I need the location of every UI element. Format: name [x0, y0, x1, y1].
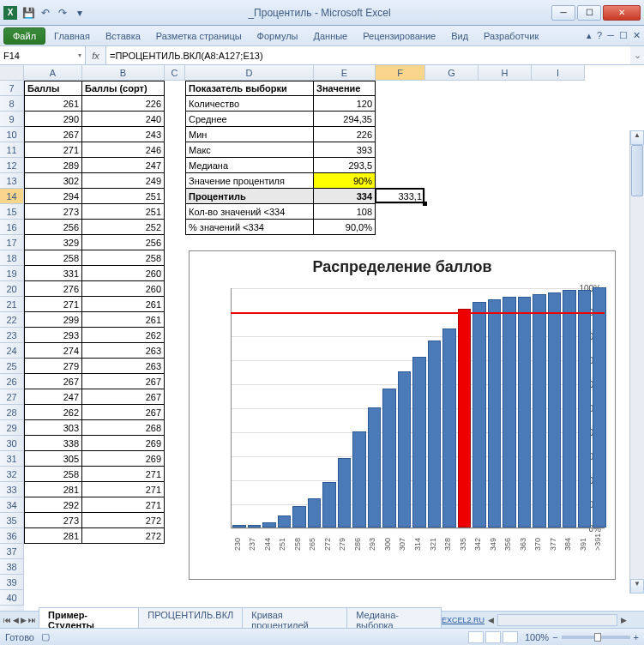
cell-A30[interactable]: 338: [24, 436, 82, 451]
tab-formulas[interactable]: Формулы: [250, 27, 305, 45]
name-box[interactable]: F14 ▾: [0, 46, 86, 64]
fill-handle[interactable]: [423, 202, 427, 206]
sheet-nav-first-icon[interactable]: ⏮: [3, 616, 11, 624]
help-icon[interactable]: ?: [597, 30, 602, 41]
cell-A22[interactable]: 299: [24, 312, 82, 328]
zoom-in-button[interactable]: +: [634, 632, 639, 642]
row-header-13[interactable]: 13: [0, 173, 24, 189]
bar[interactable]: [442, 329, 456, 527]
cell-E9[interactable]: 294,35: [314, 112, 376, 127]
cell-A33[interactable]: 281: [24, 482, 82, 497]
bar[interactable]: [248, 525, 262, 527]
cell-A15[interactable]: 273: [24, 204, 82, 220]
row-header-30[interactable]: 30: [0, 436, 24, 451]
row-header-21[interactable]: 21: [0, 297, 24, 312]
cell-A32[interactable]: 258: [24, 467, 82, 482]
bar[interactable]: [472, 302, 486, 527]
cell-B15[interactable]: 251: [82, 204, 165, 220]
cell-E10[interactable]: 226: [314, 127, 376, 142]
ribbon-minimize-icon[interactable]: ▴: [587, 30, 592, 41]
scroll-up-icon[interactable]: ▲: [630, 130, 644, 145]
bar[interactable]: [563, 290, 576, 527]
row-header-33[interactable]: 33: [0, 482, 24, 497]
cell-B36[interactable]: 272: [82, 528, 165, 544]
bar[interactable]: [428, 341, 442, 527]
cell-A36[interactable]: 281: [24, 528, 82, 544]
cell-B19[interactable]: 260: [82, 266, 165, 281]
name-box-dropdown-icon[interactable]: ▾: [78, 51, 81, 59]
row-header-26[interactable]: 26: [0, 374, 24, 389]
undo-icon[interactable]: ↶: [38, 5, 53, 21]
col-header-F[interactable]: F: [376, 65, 425, 80]
cell-D14[interactable]: Процентиль: [185, 189, 314, 204]
cell-B28[interactable]: 267: [82, 405, 165, 420]
close-button[interactable]: ✕: [603, 5, 641, 21]
row-header-23[interactable]: 23: [0, 328, 24, 343]
col-header-E[interactable]: E: [314, 65, 376, 80]
col-header-C[interactable]: C: [165, 65, 185, 80]
tab-insert[interactable]: Вставка: [99, 27, 147, 45]
col-header-D[interactable]: D: [185, 65, 314, 80]
col-header-B[interactable]: B: [82, 65, 165, 80]
cell-A28[interactable]: 262: [24, 405, 82, 420]
cell-D9[interactable]: Среднее: [185, 112, 314, 127]
select-all-corner[interactable]: [0, 65, 24, 81]
bar[interactable]: [412, 357, 426, 527]
qat-dropdown-icon[interactable]: ▾: [72, 5, 87, 21]
cell-A21[interactable]: 271: [24, 297, 82, 312]
save-icon[interactable]: 💾: [21, 5, 36, 21]
bar[interactable]: [352, 431, 366, 527]
row-header-37[interactable]: 37: [0, 544, 24, 559]
row-header-16[interactable]: 16: [0, 220, 24, 235]
cell-E7[interactable]: Значение: [314, 81, 376, 96]
cell-B11[interactable]: 246: [82, 142, 165, 158]
cell-B8[interactable]: 226: [82, 96, 165, 112]
doc-close-icon[interactable]: ✕: [633, 30, 641, 41]
cell-E15[interactable]: 108: [314, 204, 376, 220]
cell-B18[interactable]: 258: [82, 250, 165, 266]
cell-B7[interactable]: Баллы (сорт): [82, 81, 165, 96]
row-header-10[interactable]: 10: [0, 127, 24, 142]
cell-A12[interactable]: 289: [24, 158, 82, 173]
vertical-scrollbar[interactable]: ▲ ▼: [629, 130, 644, 594]
cell-B12[interactable]: 247: [82, 158, 165, 173]
cell-A27[interactable]: 247: [24, 389, 82, 405]
cell-A24[interactable]: 274: [24, 343, 82, 359]
hscroll-right-icon[interactable]: ▶: [621, 616, 627, 624]
col-header-I[interactable]: I: [532, 65, 585, 80]
row-header-12[interactable]: 12: [0, 158, 24, 173]
maximize-button[interactable]: ☐: [577, 5, 601, 21]
bar[interactable]: [503, 297, 516, 527]
zoom-slider[interactable]: [562, 636, 630, 639]
cell-E12[interactable]: 293,5: [314, 158, 376, 173]
cell-E11[interactable]: 393: [314, 142, 376, 158]
formula-expand-icon[interactable]: ⌄: [630, 50, 644, 61]
cell-D11[interactable]: Макс: [185, 142, 314, 158]
cell-B25[interactable]: 263: [82, 359, 165, 374]
formula-input[interactable]: =ПРОЦЕНТИЛЬ.ВКЛ(A8:A127;E13): [106, 46, 630, 64]
cell-B27[interactable]: 267: [82, 389, 165, 405]
cell-A7[interactable]: Баллы: [24, 81, 82, 96]
row-header-8[interactable]: 8: [0, 96, 24, 112]
cell-A11[interactable]: 271: [24, 142, 82, 158]
row-header-29[interactable]: 29: [0, 420, 24, 436]
row-header-24[interactable]: 24: [0, 343, 24, 359]
cell-A23[interactable]: 293: [24, 328, 82, 343]
row-header-11[interactable]: 11: [0, 142, 24, 158]
bar[interactable]: [458, 309, 472, 527]
row-header-25[interactable]: 25: [0, 359, 24, 374]
bar[interactable]: [262, 522, 276, 527]
row-header-31[interactable]: 31: [0, 451, 24, 467]
scroll-down-icon[interactable]: ▼: [630, 579, 644, 594]
cell-A29[interactable]: 303: [24, 420, 82, 436]
sheet-nav-next-icon[interactable]: ▶: [21, 616, 27, 624]
view-normal-icon[interactable]: [468, 631, 484, 643]
cell-A19[interactable]: 331: [24, 266, 82, 281]
hscroll-left-icon[interactable]: ◀: [488, 616, 494, 624]
row-header-39[interactable]: 39: [0, 575, 24, 590]
tab-pagelayout[interactable]: Разметка страницы: [149, 27, 249, 45]
cell-B9[interactable]: 240: [82, 112, 165, 127]
row-header-28[interactable]: 28: [0, 405, 24, 420]
bar[interactable]: [398, 371, 412, 527]
cell-A17[interactable]: 329: [24, 235, 82, 250]
